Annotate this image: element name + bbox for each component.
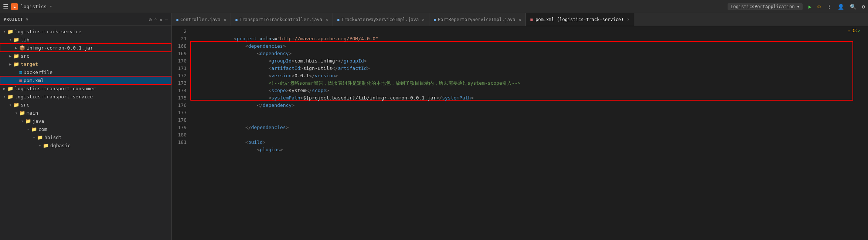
code-line-180: <build> xyxy=(193,131,868,139)
tree-label: logistics-track-service xyxy=(15,29,81,34)
code-line-173: <scope>system</scope> xyxy=(193,80,868,87)
tab-label: TransportToTrackController.java xyxy=(239,17,322,22)
line-numbers: 2 21 168 169 170 171 172 173 174 175 176… xyxy=(172,26,190,240)
code-area: 2 21 168 169 170 171 172 173 174 175 176… xyxy=(172,26,868,240)
tab-portreportory[interactable]: ● PortRepertoryServiceImpl.java ✕ xyxy=(429,13,526,26)
tree-item-logistics-transport-service[interactable]: ▾ 📁 logistics-transport-service xyxy=(0,92,171,101)
tab-close-icon[interactable]: ✕ xyxy=(326,17,328,22)
folder-icon: 📁 xyxy=(7,86,13,91)
hamburger-icon[interactable]: ☰ xyxy=(3,3,8,10)
tab-transport-controller[interactable]: ● TransportToTrackController.java ✕ xyxy=(231,13,333,26)
tree-label: java xyxy=(33,118,44,124)
code-content[interactable]: ⚠ 33 ✓ <project xmlns="http://maven.apac… xyxy=(190,26,868,240)
tree-item-target[interactable]: ▶ 📁 target xyxy=(0,60,171,68)
tab-close-icon[interactable]: ✕ xyxy=(518,17,521,22)
debug-button[interactable]: ⚙ xyxy=(817,4,820,10)
tree-label: logistics-transport-consumer xyxy=(15,86,96,91)
tab-close-icon[interactable]: ✕ xyxy=(224,17,226,22)
code-line-174: <systemPath>${project.basedir}/lib/infmg… xyxy=(193,87,868,94)
main-layout: Project ∨ ⊕ ⌃ ✕ ⋯ ▾ 📁 logistics-track-se… xyxy=(0,13,868,240)
tree-item-src2[interactable]: ▾ 📁 src xyxy=(0,101,171,109)
close-sidebar-icon[interactable]: ✕ xyxy=(159,17,162,23)
code-line-168: <dependency> xyxy=(193,43,868,50)
more-menu-button[interactable]: ⋮ xyxy=(827,4,832,10)
tab-label: PortRepertoryServiceImpl.java xyxy=(438,17,515,22)
tree-item-com[interactable]: ▾ 📁 com xyxy=(0,125,171,133)
tree-item-hbisdt[interactable]: ▾ 📁 hbisdt xyxy=(0,133,171,141)
folder-icon: 📁 xyxy=(13,37,19,43)
tree-label: src xyxy=(21,53,29,59)
run-config-chevron-icon: ▾ xyxy=(797,4,799,9)
tree-label: main xyxy=(27,110,38,116)
sidebar-actions: ⊕ ⌃ ✕ ⋯ xyxy=(149,17,168,23)
tree-arrow-icon: ▾ xyxy=(1,30,7,34)
code-line-172: <!--此处忽略sonar警告，因报表组件是定制化的本地包，放到了项目目录内，所… xyxy=(193,72,868,80)
run-config-selector[interactable]: LogisticsPortApplication ▾ xyxy=(728,3,803,10)
code-line-179 xyxy=(193,124,868,131)
code-line-171: <version>0.0.1</version> xyxy=(193,65,868,72)
tree-label: src xyxy=(21,102,29,108)
tree-arrow-icon: ▾ xyxy=(25,127,31,131)
tab-close-icon[interactable]: ✕ xyxy=(422,17,425,22)
tree-label: com xyxy=(38,126,47,132)
tree-arrow-icon: ▶ xyxy=(7,54,13,58)
folder-icon: 📁 xyxy=(37,135,43,140)
folder-icon: 📁 xyxy=(19,110,25,116)
tree-label: lib xyxy=(21,37,29,43)
tree-item-lib[interactable]: ▾ 📁 lib xyxy=(0,36,171,44)
tree-arrow-icon: ▾ xyxy=(19,119,25,123)
tree-label: logistics-transport-service xyxy=(15,94,93,99)
collapse-icon[interactable]: ⌃ xyxy=(154,17,157,23)
tree-item-infmgr-jar[interactable]: ▶ 📦 infmgr-common-0.0.1.jar xyxy=(0,44,171,52)
sidebar-tree: ▾ 📁 logistics-track-service ▾ 📁 lib ▶ 📦 … xyxy=(0,26,171,240)
tab-label: pom.xml (logistics-track-service) xyxy=(535,17,623,22)
run-button[interactable]: ▶ xyxy=(809,4,811,10)
code-line-178: </dependencies> xyxy=(193,116,868,124)
tree-item-main[interactable]: ▾ 📁 main xyxy=(0,109,171,117)
tree-arrow-icon: ▶ xyxy=(13,46,19,50)
tree-item-dockerfile[interactable]: ≡ Dockerfile xyxy=(0,68,171,76)
sidebar-title: Project ∨ xyxy=(4,17,29,22)
code-line-21: <dependencies> xyxy=(193,35,868,43)
tree-arrow-icon: ▶ xyxy=(1,87,7,91)
docker-icon: ≡ xyxy=(19,70,22,75)
tab-controller[interactable]: ● Controller.java ✕ xyxy=(172,13,231,26)
tab-pom[interactable]: m pom.xml (logistics-track-service) ✕ xyxy=(526,13,634,26)
more-sidebar-icon[interactable]: ⋯ xyxy=(165,17,168,23)
tab-label: TrackWaterwayServiceImpl.java xyxy=(341,17,419,22)
app-chevron-icon[interactable]: ▾ xyxy=(50,4,52,9)
tree-item-logistics-transport-consumer[interactable]: ▶ 📁 logistics-transport-consumer xyxy=(0,84,171,92)
tree-label: infmgr-common-0.0.1.jar xyxy=(27,45,93,51)
tree-item-dqbasic[interactable]: ▾ 📁 dqbasic xyxy=(0,141,171,149)
tree-arrow-icon: ▶ xyxy=(7,62,13,66)
code-line-176 xyxy=(193,102,868,109)
tree-arrow-icon: ▾ xyxy=(7,38,13,42)
search-icon[interactable]: 🔍 xyxy=(850,4,856,10)
tree-arrow-icon: ▾ xyxy=(1,95,7,99)
code-line-177 xyxy=(193,109,868,116)
app-logo: L xyxy=(11,3,18,10)
code-line-175: </dependency> xyxy=(193,94,868,102)
tabs-bar: ● Controller.java ✕ ● TransportToTrackCo… xyxy=(172,13,868,26)
user-icon[interactable]: 👤 xyxy=(838,4,844,10)
settings-icon[interactable]: ⚙ xyxy=(862,4,865,10)
tree-label: Dockerfile xyxy=(24,70,52,75)
title-bar-right: LogisticsPortApplication ▾ ▶ ⚙ ⋮ 👤 🔍 ⚙ xyxy=(728,3,865,10)
folder-icon: 📁 xyxy=(13,53,19,59)
tree-item-pomxml[interactable]: m pom.xml xyxy=(0,76,171,84)
jar-icon: 📦 xyxy=(19,45,25,51)
title-bar-left: ☰ L logistics ▾ xyxy=(3,3,52,10)
code-line-2: <project xmlns="http://maven.apache.org/… xyxy=(193,28,868,35)
tree-item-java[interactable]: ▾ 📁 java xyxy=(0,117,171,125)
tree-arrow-icon: ▾ xyxy=(37,143,43,148)
code-line-170: <artifactId>sign-utils</artifactId> xyxy=(193,57,868,65)
tab-close-icon[interactable]: ✕ xyxy=(627,17,630,22)
tree-item-logistics-track-service[interactable]: ▾ 📁 logistics-track-service xyxy=(0,27,171,36)
app-name: logistics xyxy=(21,4,47,9)
tab-trackwaterway[interactable]: ● TrackWaterwayServiceImpl.java ✕ xyxy=(333,13,429,26)
tree-item-src[interactable]: ▶ 📁 src xyxy=(0,52,171,60)
tree-label: pom.xml xyxy=(24,78,44,83)
sync-icon[interactable]: ⊕ xyxy=(149,17,152,23)
xml-icon: m xyxy=(19,78,22,83)
folder-icon: 📁 xyxy=(31,126,37,132)
